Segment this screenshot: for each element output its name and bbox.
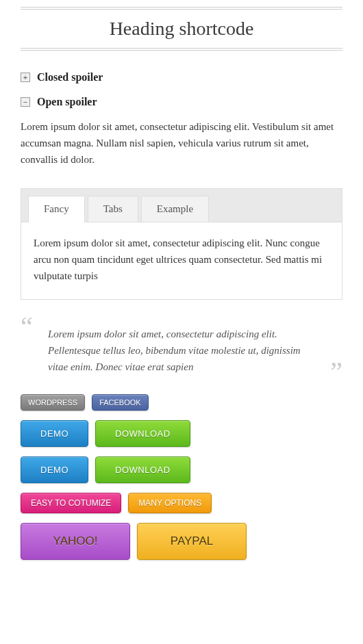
many-options-button[interactable]: MANY OPTIONS xyxy=(128,493,212,513)
tabs-panel: Lorem ipsum dolor sit amet, consectetur … xyxy=(21,222,342,299)
quote-open-icon: “ xyxy=(21,313,33,341)
heading-rule: Heading shortcode xyxy=(21,7,342,51)
download-button[interactable]: DOWNLOAD xyxy=(95,420,190,447)
tab-fancy[interactable]: Fancy xyxy=(28,196,85,222)
spoiler-closed-toggle[interactable]: + Closed spoiler xyxy=(21,71,342,83)
demo-button[interactable]: DEMO xyxy=(21,420,88,447)
spoiler-closed-title: Closed spoiler xyxy=(37,71,103,83)
tabs-nav: Fancy Tabs Example xyxy=(21,189,342,222)
easy-to-customize-button[interactable]: EASY TO COTUMIZE xyxy=(21,493,121,513)
spoiler-open-title: Open spoiler xyxy=(37,96,97,108)
spoiler-closed: + Closed spoiler xyxy=(21,71,342,83)
download-button-2[interactable]: DOWNLOAD xyxy=(95,456,190,483)
yahoo-button[interactable]: YAHOO! xyxy=(21,523,130,560)
minus-icon: − xyxy=(21,97,30,107)
tab-tabs[interactable]: Tabs xyxy=(88,196,138,222)
button-row-1: WORDPRESS FACEBOOK xyxy=(21,394,342,411)
facebook-button[interactable]: FACEBOOK xyxy=(92,394,149,411)
quote-text: Lorem ipsum dolor sit amet, consectetur … xyxy=(48,326,315,375)
tab-example[interactable]: Example xyxy=(141,196,209,222)
blockquote: “ Lorem ipsum dolor sit amet, consectetu… xyxy=(21,313,342,382)
page-heading: Heading shortcode xyxy=(110,18,254,39)
paypal-button[interactable]: PAYPAL xyxy=(137,523,247,560)
button-row-2: DEMO DOWNLOAD xyxy=(21,420,342,447)
wordpress-button[interactable]: WORDPRESS xyxy=(21,394,85,411)
plus-icon: + xyxy=(21,73,30,82)
quote-close-icon: ” xyxy=(330,358,342,385)
button-row-5: YAHOO! PAYPAL xyxy=(21,523,342,560)
tabs-container: Fancy Tabs Example Lorem ipsum dolor sit… xyxy=(21,188,342,300)
button-row-4: EASY TO COTUMIZE MANY OPTIONS xyxy=(21,493,342,513)
spoiler-open: − Open spoiler Lorem ipsum dolor sit ame… xyxy=(21,96,342,168)
spoiler-open-body: Lorem ipsum dolor sit amet, consectetur … xyxy=(21,118,342,168)
demo-button-2[interactable]: DEMO xyxy=(21,456,88,483)
button-row-3: DEMO DOWNLOAD xyxy=(21,456,342,483)
spoiler-open-toggle[interactable]: − Open spoiler xyxy=(21,96,342,108)
